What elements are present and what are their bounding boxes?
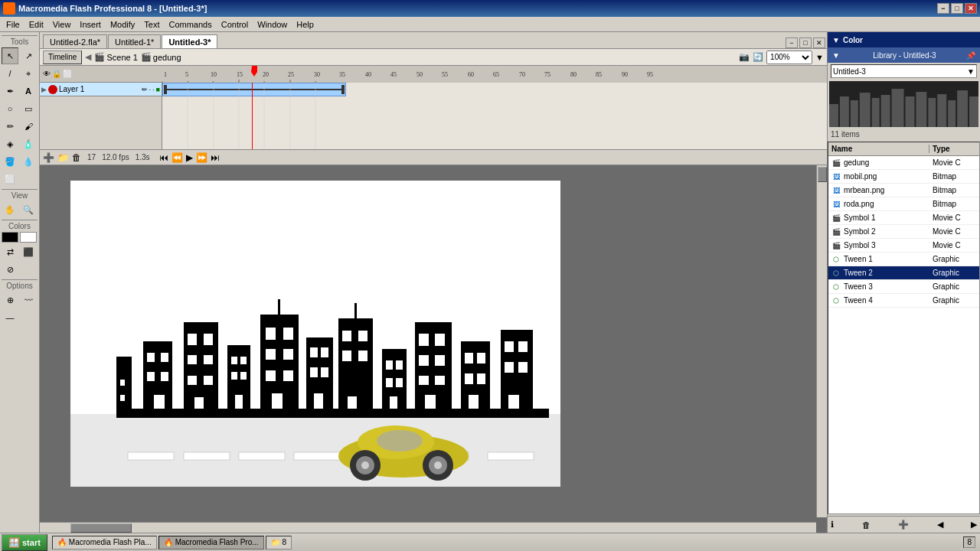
minimize-btn[interactable]: − bbox=[937, 3, 949, 14]
taskbar-item-2[interactable]: 🔥 Macromedia Flash Pro... bbox=[158, 536, 264, 549]
snap-to-objects[interactable]: ⊕ bbox=[2, 292, 18, 308]
stroke-color[interactable] bbox=[2, 232, 18, 243]
hand-tool[interactable]: ✋ bbox=[2, 201, 18, 218]
fps-display: 12.0 fps bbox=[102, 153, 129, 161]
arrow-tool[interactable]: ↖ bbox=[2, 47, 18, 64]
frame-end-marker bbox=[341, 85, 345, 94]
lib-item-symbol3[interactable]: 🎬 Symbol 3 Movie C bbox=[828, 239, 979, 253]
eraser-tool[interactable]: ⬜ bbox=[2, 171, 18, 187]
lib-add-icon[interactable]: ➕ bbox=[898, 520, 909, 530]
line-tool[interactable]: / bbox=[2, 65, 18, 82]
lib-item-gedung[interactable]: 🎬 gedung Movie C bbox=[828, 156, 979, 170]
taskbar-item-1[interactable]: 🔥 Macromedia Flash Pla... bbox=[52, 536, 157, 549]
lib-item-tween4[interactable]: ⬡ Tween 4 Graphic bbox=[828, 294, 979, 308]
step-back-btn[interactable]: ⏪ bbox=[172, 152, 183, 163]
symbol-link[interactable]: 🎬 gedung bbox=[141, 52, 181, 62]
tab-untitled2[interactable]: Untitled-2.fla* bbox=[43, 34, 107, 48]
library-dropdown[interactable]: Untitled-3 ▼ bbox=[831, 64, 977, 78]
stage-scrollbar-thumb-h[interactable] bbox=[70, 523, 132, 533]
frames-area[interactable] bbox=[162, 83, 827, 149]
lib-item-tween1[interactable]: ⬡ Tween 1 Graphic bbox=[828, 253, 979, 266]
stage-scrollbar-h[interactable] bbox=[40, 522, 816, 533]
swap-colors[interactable]: ⇄ bbox=[2, 243, 18, 260]
expand-icon[interactable]: ▼ bbox=[832, 36, 840, 44]
lib-item-mrbean[interactable]: 🖼 mrbean.png Bitmap bbox=[828, 184, 979, 197]
lib-props-icon[interactable]: ℹ bbox=[831, 520, 834, 530]
lib-trash-icon[interactable]: 🗑 bbox=[862, 520, 871, 530]
fill-transform-tool[interactable]: ◈ bbox=[2, 135, 18, 152]
lib-item-tween3[interactable]: ⬡ Tween 3 Graphic bbox=[828, 280, 979, 294]
layer-eye-icon[interactable]: · bbox=[149, 86, 152, 93]
step-forward-btn[interactable]: ⏩ bbox=[196, 152, 207, 163]
options-label: Options bbox=[2, 279, 38, 292]
timeline-button[interactable]: Timeline bbox=[43, 51, 82, 64]
stage-scrollbar-thumb-v[interactable] bbox=[818, 167, 827, 182]
lib-nav-left-icon[interactable]: ◀ bbox=[937, 520, 943, 530]
menu-modify[interactable]: Modify bbox=[106, 19, 139, 30]
menu-file[interactable]: File bbox=[2, 19, 24, 30]
paint-bucket-tool[interactable]: 🪣 bbox=[2, 153, 18, 170]
menu-window[interactable]: Window bbox=[253, 19, 292, 30]
zoom-select[interactable]: 100% 50% 200% bbox=[766, 51, 812, 64]
lib-item-tween2[interactable]: ⬡ Tween 2 Graphic bbox=[828, 266, 979, 280]
tab-minimize-btn[interactable]: − bbox=[786, 37, 798, 48]
layer-lock-icon2[interactable]: · bbox=[152, 86, 155, 93]
delete-layer-icon[interactable]: 🗑 bbox=[72, 152, 81, 163]
box-icon[interactable]: ⬜ bbox=[63, 70, 72, 78]
none-color[interactable]: ⊘ bbox=[2, 261, 18, 278]
maximize-btn[interactable]: □ bbox=[951, 3, 963, 14]
menu-insert[interactable]: Insert bbox=[75, 19, 106, 30]
library-pin-icon[interactable]: 📌 bbox=[966, 51, 975, 60]
menu-control[interactable]: Control bbox=[217, 19, 253, 30]
lib-nav-right-icon[interactable]: ▶ bbox=[971, 520, 977, 530]
fill-color[interactable] bbox=[20, 232, 37, 243]
tab-untitled3[interactable]: Untitled-3* bbox=[162, 34, 217, 48]
lasso-tool[interactable]: ⌖ bbox=[20, 65, 37, 82]
taskbar-item-3[interactable]: 📁 8 bbox=[266, 536, 292, 549]
play-btn[interactable]: ▶ bbox=[186, 152, 193, 163]
camera-icon[interactable]: 📷 bbox=[739, 52, 750, 62]
add-layer-icon[interactable]: ➕ bbox=[43, 152, 54, 163]
library-expand-icon[interactable]: ▼ bbox=[832, 51, 840, 60]
lib-item-roda[interactable]: 🖼 roda.png Bitmap bbox=[828, 197, 979, 211]
menu-edit[interactable]: Edit bbox=[24, 19, 48, 30]
tab-restore-btn[interactable]: □ bbox=[799, 37, 812, 48]
library-table[interactable]: Name Type 🎬 gedung Movie C 🖼 mobil.png B… bbox=[828, 142, 980, 514]
lib-item-symbol1[interactable]: 🎬 Symbol 1 Movie C bbox=[828, 211, 979, 225]
tab-untitled1[interactable]: Untitled-1* bbox=[108, 34, 161, 48]
smooth-tool[interactable]: 〰 bbox=[20, 292, 37, 308]
zoom-tool[interactable]: 🔍 bbox=[20, 201, 37, 218]
lib-item-symbol2[interactable]: 🎬 Symbol 2 Movie C bbox=[828, 225, 979, 239]
close-btn[interactable]: ✕ bbox=[965, 3, 977, 14]
menu-view[interactable]: View bbox=[48, 19, 76, 30]
straighten-tool[interactable]: — bbox=[2, 309, 18, 326]
nav-back-icon[interactable]: ◀ bbox=[85, 52, 91, 62]
lock-icon[interactable]: 🔒 bbox=[52, 70, 61, 78]
eye-icon[interactable]: 👁 bbox=[43, 70, 51, 78]
scene-link[interactable]: 🎬 Scene 1 bbox=[94, 52, 137, 62]
pencil-tool[interactable]: ✏ bbox=[2, 118, 18, 135]
menu-commands[interactable]: Commands bbox=[164, 19, 216, 30]
layer-1-row[interactable]: ▶ Layer 1 ✏ · · ■ bbox=[40, 83, 162, 96]
menu-text[interactable]: Text bbox=[139, 19, 164, 30]
oval-tool[interactable]: ○ bbox=[2, 100, 18, 117]
tab-close-btn[interactable]: ✕ bbox=[813, 37, 825, 48]
start-button[interactable]: 🪟 start bbox=[2, 534, 47, 551]
menu-help[interactable]: Help bbox=[292, 19, 318, 30]
ink-bottle-tool[interactable]: 🧴 bbox=[20, 135, 37, 152]
eyedropper-tool[interactable]: 💧 bbox=[20, 153, 37, 170]
rewind-btn[interactable]: ⏮ bbox=[159, 152, 168, 163]
rotate-icon[interactable]: 🔄 bbox=[753, 52, 763, 62]
add-folder-icon[interactable]: 📁 bbox=[57, 152, 69, 163]
brush-tool[interactable]: 🖌 bbox=[20, 118, 37, 135]
stage-scrollbar-v[interactable] bbox=[816, 165, 827, 517]
rect-tool[interactable]: ▭ bbox=[20, 100, 37, 117]
text-tool[interactable]: A bbox=[20, 83, 37, 99]
stage-area[interactable] bbox=[40, 165, 827, 533]
pen-tool[interactable]: ✒ bbox=[2, 83, 18, 99]
default-colors[interactable]: ⬛ bbox=[20, 243, 37, 260]
zoom-arrow-icon[interactable]: ▼ bbox=[815, 53, 824, 62]
lib-item-mobil[interactable]: 🖼 mobil.png Bitmap bbox=[828, 170, 979, 184]
subselect-tool[interactable]: ↗ bbox=[20, 47, 37, 64]
end-btn[interactable]: ⏭ bbox=[211, 152, 220, 163]
